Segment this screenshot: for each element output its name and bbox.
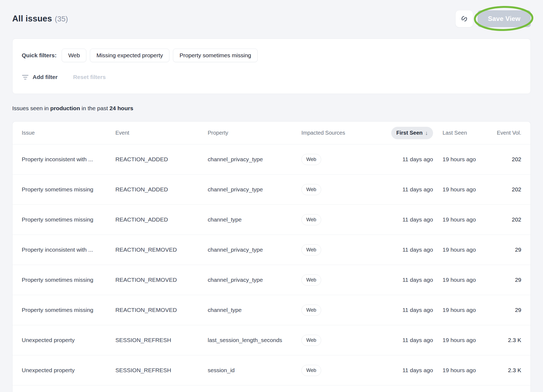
table-row[interactable]: Property sometimes missing REACTION_REMO… — [12, 265, 531, 295]
sources-cell: Web — [301, 335, 383, 346]
event-cell: REACTION_REMOVED — [115, 277, 208, 283]
source-badge-web: Web — [301, 244, 321, 255]
table-row[interactable]: Property sometimes missing REACTION_ADDE… — [12, 175, 531, 205]
last-seen-cell: 19 hours ago — [433, 246, 490, 253]
first-seen-cell: 11 days ago — [402, 216, 433, 223]
source-badge-web: Web — [301, 184, 321, 195]
event-vol-cell: 2.3 K — [508, 337, 521, 343]
quick-filter-chip-web[interactable]: Web — [62, 49, 86, 62]
issues-table: Issue Event Property Impacted Sources Fi… — [12, 121, 531, 392]
event-cell: SESSION_REFRESH — [115, 367, 208, 374]
add-filter-button[interactable]: Add filter — [22, 74, 58, 81]
subtitle-prefix: Issues seen in — [12, 105, 50, 111]
column-header-property: Property — [208, 130, 301, 136]
issue-cell: Property inconsistent with ... — [22, 246, 115, 253]
sort-down-arrow-icon: ↓ — [425, 130, 428, 136]
event-vol-cell: 29 — [515, 277, 521, 283]
top-bar-actions: Save View — [455, 10, 531, 27]
table-row[interactable]: Unexpected property SESSION_REFRESH last… — [12, 325, 531, 355]
last-seen-cell: 19 hours ago — [433, 307, 490, 313]
column-header-last-seen: Last Seen — [433, 130, 490, 136]
last-seen-cell: 19 hours ago — [433, 367, 490, 374]
copy-link-button[interactable] — [455, 10, 473, 27]
first-seen-cell: 11 days ago — [402, 186, 433, 193]
quick-filter-chip-missing-expected-property[interactable]: Missing expected property — [90, 49, 169, 62]
save-view-button[interactable]: Save View — [478, 10, 531, 27]
event-cell: REACTION_ADDED — [115, 216, 208, 223]
last-seen-cell: 19 hours ago — [433, 156, 490, 163]
issue-count-badge: (35) — [55, 15, 68, 23]
last-seen-cell: 19 hours ago — [433, 216, 490, 223]
first-seen-sort-label: First Seen — [396, 130, 423, 136]
source-badge-web: Web — [301, 365, 321, 376]
property-cell: channel_type — [208, 307, 301, 313]
property-cell: channel_type — [208, 216, 301, 223]
event-vol-cell: 202 — [512, 186, 521, 193]
quick-filters-label: Quick filters: — [22, 52, 56, 59]
table-row[interactable]: Unexpected property SESSION_REFRESH sess… — [12, 355, 531, 385]
event-vol-cell: 29 — [515, 246, 521, 253]
reset-filters-button[interactable]: Reset filters — [73, 74, 106, 80]
column-header-event-vol: Event Vol. — [497, 130, 521, 136]
sources-cell: Web — [301, 154, 383, 165]
source-badge-web: Web — [301, 274, 321, 286]
column-header-issue: Issue — [22, 130, 115, 136]
first-seen-cell: 11 days ago — [402, 277, 433, 283]
issue-cell: Property inconsistent with ... — [22, 156, 115, 163]
all-issues-page: All issues(35) Save View Quick filters: … — [0, 0, 543, 392]
subtitle-middle: in the past — [80, 105, 110, 111]
link-icon — [460, 15, 468, 23]
property-cell: session_id — [208, 367, 301, 374]
issue-cell: Property sometimes missing — [22, 277, 115, 283]
subtitle-environment: production — [50, 105, 80, 111]
quick-filter-chip-property-sometimes-missing[interactable]: Property sometimes missing — [173, 49, 258, 62]
event-cell: REACTION_ADDED — [115, 156, 208, 163]
table-row[interactable]: Property sometimes missing REACTION_REMO… — [12, 295, 531, 325]
issue-cell: Property sometimes missing — [22, 307, 115, 313]
event-cell: REACTION_ADDED — [115, 186, 208, 193]
table-row[interactable]: Property inconsistent with ... REACTION_… — [12, 235, 531, 265]
first-seen-cell: 11 days ago — [402, 156, 433, 163]
filter-panel: Quick filters: Web Missing expected prop… — [12, 39, 531, 94]
issues-scope-subtitle: Issues seen in production in the past 24… — [12, 105, 531, 112]
sources-cell: Web — [301, 274, 383, 286]
source-badge-web: Web — [301, 154, 321, 165]
first-seen-cell: 11 days ago — [402, 337, 433, 343]
property-cell: channel_privacy_type — [208, 246, 301, 253]
property-cell: last_session_length_seconds — [208, 337, 301, 343]
table-row[interactable]: Property sometimes missing REACTION_ADDE… — [12, 205, 531, 235]
issue-cell: Unexpected property — [22, 367, 115, 374]
property-cell: channel_privacy_type — [208, 277, 301, 283]
source-badge-web: Web — [301, 214, 321, 225]
event-vol-cell: 2.3 K — [508, 367, 521, 374]
issue-cell: Unexpected property — [22, 337, 115, 343]
column-header-impacted-sources: Impacted Sources — [301, 130, 383, 136]
quick-filters-row: Quick filters: Web Missing expected prop… — [22, 49, 521, 62]
event-vol-cell: 202 — [512, 216, 521, 223]
event-vol-cell: 29 — [515, 307, 521, 313]
last-seen-cell: 19 hours ago — [433, 277, 490, 283]
column-header-first-seen-sort[interactable]: First Seen ↓ — [391, 127, 433, 139]
event-cell: REACTION_REMOVED — [115, 246, 208, 253]
first-seen-cell: 11 days ago — [402, 367, 433, 374]
table-header-row: Issue Event Property Impacted Sources Fi… — [12, 122, 531, 144]
source-badge-web: Web — [301, 305, 321, 316]
top-bar: All issues(35) Save View — [0, 0, 543, 27]
event-cell: SESSION_REFRESH — [115, 337, 208, 343]
event-cell: REACTION_REMOVED — [115, 307, 208, 313]
table-row[interactable]: Property inconsistent with ... REACTION_… — [12, 144, 531, 175]
sources-cell: Web — [301, 365, 383, 376]
sources-cell: Web — [301, 244, 383, 255]
source-badge-web: Web — [301, 335, 321, 346]
property-cell: channel_privacy_type — [208, 186, 301, 193]
sources-cell: Web — [301, 184, 383, 195]
sources-cell: Web — [301, 305, 383, 316]
property-cell: channel_privacy_type — [208, 156, 301, 163]
filter-actions-row: Add filter Reset filters — [22, 73, 521, 81]
page-title: All issues(35) — [12, 14, 68, 24]
last-seen-cell: 19 hours ago — [433, 186, 490, 193]
issue-cell: Property sometimes missing — [22, 186, 115, 193]
subtitle-timeframe: 24 hours — [109, 105, 133, 111]
page-title-text: All issues — [12, 14, 52, 23]
sources-cell: Web — [301, 214, 383, 225]
